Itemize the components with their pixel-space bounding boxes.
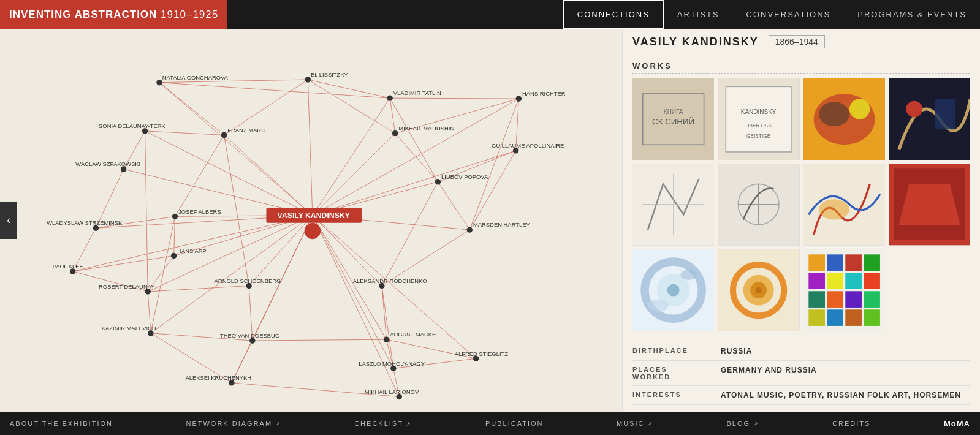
prev-button[interactable]: ‹ [0, 202, 17, 239]
footer-network[interactable]: NETWORK DIAGRAM [186, 420, 281, 427]
nav-programs[interactable]: PROGRAMS & EVENTS [844, 0, 980, 29]
works-grid: СК СИНИЙ КНИГА KANDINSKY ÜBER DAS GEISTI… [632, 78, 970, 331]
svg-line-52 [148, 286, 249, 291]
node-lissitzky[interactable] [305, 77, 311, 82]
work-thumb-1[interactable]: СК СИНИЙ КНИГА [632, 78, 714, 160]
artist-years: 1866–1944 [769, 35, 825, 48]
svg-rect-112 [845, 254, 862, 271]
svg-point-82 [818, 102, 849, 126]
svg-line-26 [159, 83, 224, 135]
center-node-label[interactable]: VASILY KANDINSKY [278, 211, 350, 220]
work-thumb-10[interactable] [718, 249, 799, 331]
work-thumb-11[interactable] [803, 249, 885, 331]
svg-rect-125 [864, 309, 880, 326]
nav-conversations[interactable]: CONVERSATIONS [733, 0, 845, 29]
svg-line-39 [175, 135, 224, 216]
svg-text:КНИГА: КНИГА [664, 108, 683, 115]
interests-row: INTERESTS ATONAL MUSIC, POETRY, RUSSIAN … [632, 386, 970, 405]
label-schoenberg: ARNOLD SCHOENBERG [215, 278, 281, 284]
label-klee: PAUL KLEE [53, 263, 83, 270]
svg-line-1 [308, 80, 313, 216]
node-albers[interactable] [172, 214, 178, 219]
footer-checklist[interactable]: CHECKLIST [354, 420, 412, 427]
svg-rect-111 [827, 254, 843, 271]
svg-line-0 [159, 83, 313, 216]
work-thumb-2[interactable]: KANDINSKY ÜBER DAS GEISTIGE [718, 78, 799, 160]
label-tatlin: VLADIMIR TATLIN [393, 89, 441, 96]
center-node-inner [308, 226, 317, 235]
footer-music[interactable]: MUSIC [617, 420, 653, 427]
work-thumb-3[interactable] [803, 78, 885, 160]
svg-rect-76 [726, 86, 792, 152]
svg-point-108 [756, 287, 762, 293]
svg-text:GEISTIGE: GEISTIGE [746, 133, 771, 139]
svg-line-7 [224, 135, 313, 215]
node-tatlin[interactable] [387, 95, 392, 100]
label-malevich: KAZIMIR MALEVICH [102, 325, 156, 331]
artist-panel: VASILY KANDINSKY 1866–1944 WORKS СК СИНИ… [622, 29, 980, 412]
svg-line-17 [313, 215, 382, 286]
work-thumb-4[interactable] [889, 78, 970, 160]
svg-rect-114 [808, 273, 825, 289]
svg-line-18 [151, 215, 313, 333]
artist-name: VASILY KANDINSKY [632, 36, 759, 48]
svg-line-29 [308, 80, 395, 134]
nav-artists[interactable]: ARTISTS [664, 0, 733, 29]
work-thumb-9[interactable] [632, 249, 714, 331]
label-strzeminski: WLADYSLAW STRZEMINSKI [47, 220, 124, 227]
label-arp: HANS ARP [177, 248, 207, 254]
work-thumb-8[interactable] [889, 164, 970, 245]
node-matiushin[interactable] [392, 130, 398, 136]
info-section: BIRTHPLACE RUSSIA PLACESWORKED GERMANY A… [623, 337, 980, 410]
svg-rect-123 [827, 309, 843, 326]
svg-line-69 [438, 182, 469, 230]
svg-rect-117 [864, 273, 880, 289]
header: INVENTING ABSTRACTION 1910–1925 CONNECTI… [0, 0, 980, 29]
work-thumb-6[interactable] [718, 164, 799, 245]
node-macke[interactable] [384, 336, 389, 342]
label-hartley: MARSDEN HARTLEY [473, 221, 531, 228]
footer: ABOUT THE EXHIBITION NETWORK DIAGRAM CHE… [0, 412, 980, 435]
node-arp[interactable] [171, 253, 177, 259]
svg-line-5 [313, 151, 516, 216]
svg-rect-116 [845, 273, 862, 289]
title-years: 1910–1925 [161, 9, 218, 21]
svg-point-83 [849, 99, 869, 119]
node-richter[interactable] [516, 96, 522, 101]
svg-line-56 [382, 182, 438, 286]
network-nodes[interactable]: NATALIA GONCHAROVA EL LISSITZKY VLADIMIR… [47, 71, 566, 399]
svg-line-4 [313, 134, 395, 216]
label-moholy: LÁSZLÓ MOHOLY-NAGY [359, 360, 425, 367]
label-vandoesburg: THEO VAN DOESBUG [220, 332, 279, 339]
artist-header: VASILY KANDINSKY 1866–1944 [623, 29, 980, 55]
label-rodchenko: ALEKSANDR RODCHENKO [353, 278, 427, 284]
label-larionov: MIKHAIL LARIONOV [365, 388, 419, 395]
places-label: PLACESWORKED [632, 366, 712, 380]
moma-logo: MoMA [944, 419, 970, 428]
svg-text:KANDINSKY: KANDINSKY [741, 108, 777, 115]
label-lissitzky: EL LISSITZKY [311, 71, 349, 78]
label-kruchenykh: ALEKSEI KRUCHENYKH [185, 374, 251, 381]
svg-point-85 [906, 101, 922, 118]
node-goncharova[interactable] [156, 80, 162, 85]
svg-rect-121 [864, 291, 880, 308]
svg-line-40 [224, 135, 249, 286]
node-popova[interactable] [435, 179, 441, 184]
footer-credits[interactable]: CREDITS [832, 420, 870, 427]
footer-about[interactable]: ABOUT THE EXHIBITION [10, 420, 113, 427]
svg-line-16 [249, 215, 313, 286]
footer-blog[interactable]: BLOG [727, 420, 759, 427]
svg-line-43 [145, 131, 148, 292]
footer-publication[interactable]: PUBLICATION [485, 420, 544, 427]
work-thumb-5[interactable] [632, 164, 714, 245]
nav-connections[interactable]: CONNECTIONS [563, 0, 664, 29]
node-franzmarc[interactable] [221, 132, 227, 138]
svg-line-34 [469, 99, 518, 230]
work-thumb-7[interactable] [803, 164, 885, 245]
label-goncharova: NATALIA GONCHAROVA [162, 74, 229, 81]
label-richter: HANS RICHTER [522, 90, 566, 97]
node-hartley[interactable] [467, 227, 473, 232]
interests-value: ATONAL MUSIC, POETRY, RUSSIAN FOLK ART, … [712, 391, 961, 399]
svg-line-8 [145, 131, 312, 216]
label-franzmarc: FRANZ MARC [227, 127, 265, 134]
